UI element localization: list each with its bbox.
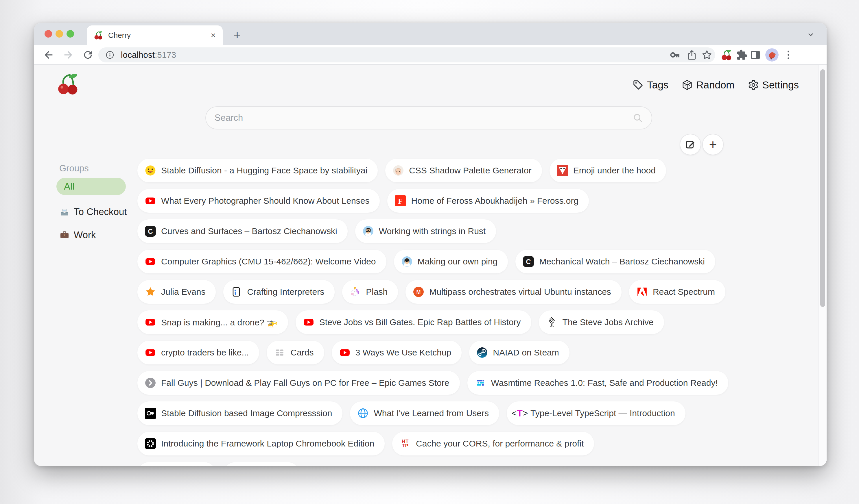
cherry-logo[interactable] bbox=[56, 72, 79, 95]
edit-button[interactable] bbox=[680, 134, 701, 155]
add-bookmark-button[interactable]: + bbox=[702, 134, 724, 155]
sidebar-group-to-checkout[interactable]: To Checkout bbox=[56, 200, 135, 223]
scrollbar-thumb[interactable] bbox=[820, 69, 825, 307]
bookmark-label: What Every Photographer Should Know Abou… bbox=[161, 196, 370, 206]
bookmark-label: Home of Feross Aboukhadijeh » Feross.org bbox=[411, 196, 578, 206]
bookmark-pill[interactable]: Computer Graphics (CMU 15-462/662): Welc… bbox=[137, 250, 387, 273]
bookmark-pill[interactable]: CCurves and Surfaces – Bartosz Ciechanow… bbox=[137, 219, 348, 243]
globe-icon bbox=[358, 408, 368, 419]
bookmark-pill[interactable]: Steve Jobs vs Bill Gates. Epic Rap Battl… bbox=[296, 310, 531, 334]
adobe-icon bbox=[637, 286, 648, 297]
minimize-window-button[interactable] bbox=[56, 30, 63, 37]
bookmark-label: Plash bbox=[366, 287, 388, 297]
back-icon[interactable] bbox=[43, 49, 55, 61]
bookmark-pill[interactable]: crypto traders be like... bbox=[137, 341, 259, 364]
briefcase-icon bbox=[59, 230, 70, 240]
sidebar-group-work[interactable]: Work bbox=[56, 223, 135, 247]
bookmark-pill[interactable]: Stable Diffusion based Image Compresssio… bbox=[137, 401, 343, 425]
address-bar[interactable]: localhost:5173 bbox=[98, 47, 715, 62]
bookmark-pill[interactable]: CSS Shadow Palette Generator bbox=[385, 159, 542, 182]
bookmark-label: Fall Guys | Download & Play Fall Guys on… bbox=[161, 378, 450, 388]
zoom-window-button[interactable] bbox=[66, 30, 74, 37]
bookmark-pill[interactable]: Plash bbox=[342, 280, 398, 304]
ciechanowski-icon: C bbox=[523, 256, 534, 267]
bookmark-pill[interactable]: MMultipass orchestrates virtual Ubuntu i… bbox=[406, 280, 621, 304]
bookmark-pill[interactable]: Cards bbox=[267, 341, 324, 364]
bookmark-pill[interactable]: Crafting Interpreters bbox=[223, 280, 335, 304]
bookmark-pill[interactable]: What I've Learned from Users bbox=[350, 401, 499, 425]
hugging-face-icon bbox=[145, 165, 156, 176]
forward-icon[interactable] bbox=[62, 49, 74, 61]
share-icon[interactable] bbox=[686, 49, 698, 61]
chevron-down-icon[interactable] bbox=[806, 30, 816, 39]
menu-dots-icon[interactable] bbox=[783, 49, 794, 61]
bookmark-pill[interactable]: FHome of Feross Aboukhadijeh » Feross.or… bbox=[387, 189, 589, 213]
app-nav: Tags Random Settings bbox=[633, 79, 799, 91]
bookmark-pill[interactable]: Snap is making... a drone? 🚁 bbox=[137, 310, 288, 334]
search-input[interactable] bbox=[215, 113, 633, 123]
bookmark-pill[interactable]: Introducing the Framework Laptop Chromeb… bbox=[137, 432, 385, 455]
search-bar bbox=[205, 106, 652, 129]
cherry-extension-icon[interactable] bbox=[721, 49, 732, 61]
bookmark-label: 3 Ways We Use Ketchup bbox=[356, 348, 451, 358]
bookmark-label: Stable Diffusion based Image Compresssio… bbox=[161, 408, 332, 418]
nav-settings[interactable]: Settings bbox=[748, 79, 799, 91]
bookmark-label: What I've Learned from Users bbox=[374, 408, 489, 418]
bookmark-pill[interactable]: React Spectrum bbox=[629, 280, 725, 304]
bookmark-pill[interactable]: The Steve Jobs Archive bbox=[539, 310, 664, 334]
bookmark-label: Cache your CORS, for performance & profi… bbox=[416, 439, 584, 448]
bookmark-label: Emoji under the hood bbox=[573, 166, 656, 175]
bookmark-pill[interactable]: Making our own ping bbox=[394, 250, 508, 273]
bookmark-pill[interactable]: Emoji under the hood bbox=[549, 159, 666, 182]
youtube-icon bbox=[145, 256, 156, 267]
bookmark-pill[interactable]: Stable Diffusion - a Hugging Face Space … bbox=[137, 159, 378, 182]
close-window-button[interactable] bbox=[45, 30, 52, 37]
key-icon[interactable] bbox=[669, 49, 681, 61]
youtube-icon bbox=[145, 317, 156, 328]
extensions-puzzle-icon[interactable] bbox=[736, 49, 748, 61]
bookmark-pill[interactable]: Working with strings in Rust bbox=[355, 219, 496, 243]
bookmark-label: Stable Diffusion - a Hugging Face Space … bbox=[161, 166, 367, 175]
bookmark-row: crypto traders be like...Cards3 Ways We … bbox=[137, 341, 753, 364]
side-panel-icon[interactable] bbox=[750, 49, 761, 61]
groups-title: Groups bbox=[59, 163, 135, 174]
site-info-icon[interactable] bbox=[105, 50, 115, 60]
bookmark-label: Computer Graphics (CMU 15-462/662): Welc… bbox=[161, 257, 376, 266]
epic-icon bbox=[145, 377, 156, 389]
bookmark-pill-partial[interactable] bbox=[137, 462, 216, 466]
bookmark-star-icon[interactable] bbox=[701, 49, 713, 61]
bookmark-label: Making our own ping bbox=[418, 257, 498, 266]
profile-avatar[interactable] bbox=[765, 48, 779, 62]
nav-random[interactable]: Random bbox=[682, 79, 734, 91]
tab-close-icon[interactable]: × bbox=[211, 31, 216, 40]
steam-icon bbox=[477, 347, 488, 358]
inbox-tray-icon bbox=[59, 207, 70, 217]
bookmark-label: Steve Jobs vs Bill Gates. Epic Rap Battl… bbox=[319, 317, 521, 327]
bookmark-pill[interactable]: What Every Photographer Should Know Abou… bbox=[137, 189, 380, 213]
browser-tab[interactable]: Cherry × bbox=[87, 26, 223, 45]
bookmark-label: Introducing the Framework Laptop Chromeb… bbox=[161, 439, 374, 448]
bookmark-pill[interactable]: Julia Evans bbox=[137, 280, 216, 304]
bookmark-row bbox=[137, 462, 753, 466]
sidebar-group-all[interactable]: All bbox=[56, 178, 126, 195]
bookmark-pill[interactable]: HTTPCache your CORS, for performance & p… bbox=[392, 432, 594, 455]
bookmark-pill[interactable]: NAIAD on Steam bbox=[469, 341, 569, 364]
bookmark-pill[interactable]: 3 Ways We Use Ketchup bbox=[332, 341, 462, 364]
bookmark-label: CSS Shadow Palette Generator bbox=[409, 166, 532, 175]
nav-tags[interactable]: Tags bbox=[633, 79, 668, 91]
bookmark-pill[interactable]: CMechanical Watch – Bartosz Ciechanowski bbox=[515, 250, 715, 273]
page-content: Tags Random Settings + bbox=[34, 65, 827, 466]
bookmark-pill-partial[interactable] bbox=[224, 462, 299, 466]
bookmark-label: The Steve Jobs Archive bbox=[562, 317, 654, 327]
bookmark-label: Working with strings in Rust bbox=[379, 226, 486, 236]
bookmark-pill[interactable]: <T>Type-Level TypeScript — Introduction bbox=[507, 401, 685, 425]
bookmark-row: Stable Diffusion - a Hugging Face Space … bbox=[137, 159, 753, 182]
search-icon bbox=[633, 113, 643, 123]
reload-icon[interactable] bbox=[82, 49, 94, 61]
bookmark-pill[interactable]: Wasmtime Reaches 1.0: Fast, Safe and Pro… bbox=[467, 371, 728, 395]
svg-text:M: M bbox=[417, 289, 421, 295]
cards-icon bbox=[274, 347, 285, 358]
bookmark-pill[interactable]: Fall Guys | Download & Play Fall Guys on… bbox=[137, 371, 460, 395]
new-tab-button[interactable]: + bbox=[230, 28, 245, 43]
bookmark-label: Multipass orchestrates virtual Ubuntu in… bbox=[429, 287, 611, 297]
